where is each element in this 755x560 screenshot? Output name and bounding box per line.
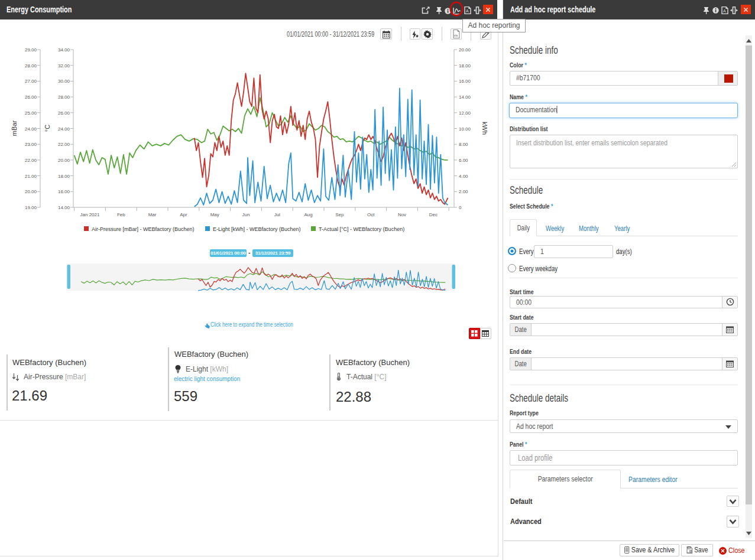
svg-text:2.00: 2.00 [459,189,468,194]
svg-text:20.00: 20.00 [459,47,471,53]
svg-text:kWh: kWh [481,122,488,135]
svg-text:22.00: 22.00 [25,158,37,163]
svg-text:A: A [723,9,726,13]
svg-text:25.00: 25.00 [25,110,37,116]
svg-text:20.00: 20.00 [25,189,37,194]
svg-text:Sep: Sep [335,212,344,217]
svg-text:27.00: 27.00 [25,79,37,84]
svg-text:Jul: Jul [274,212,280,217]
svg-text:Dec: Dec [429,212,438,217]
svg-text:°C: °C [44,125,51,132]
svg-text:16.00: 16.00 [459,79,471,84]
svg-text:16.00: 16.00 [58,189,70,194]
svg-text:29.00: 29.00 [25,47,37,53]
svg-text:8.00: 8.00 [459,142,468,147]
svg-text:14.00: 14.00 [459,95,471,100]
svg-text:32.00: 32.00 [58,63,70,69]
svg-text:24.00: 24.00 [25,126,37,132]
svg-text:24.00: 24.00 [58,126,70,132]
svg-text:34.00: 34.00 [58,47,70,53]
svg-text:28.00: 28.00 [25,63,37,69]
svg-text:28.00: 28.00 [58,95,70,100]
svg-text:Oct: Oct [367,212,375,217]
svg-text:4.00: 4.00 [459,174,468,179]
svg-text:20.00: 20.00 [58,158,70,163]
svg-text:Apr: Apr [180,212,187,217]
svg-text:May: May [210,212,219,217]
svg-text:21.00: 21.00 [25,174,37,179]
svg-text:19.00: 19.00 [25,205,37,210]
svg-text:xls: xls [453,34,458,37]
svg-text:26.00: 26.00 [25,95,37,100]
svg-text:18.00: 18.00 [58,174,70,179]
svg-text:6.00: 6.00 [459,158,468,163]
svg-text:Jan 2021: Jan 2021 [80,212,100,217]
svg-text:Jun: Jun [242,212,250,217]
svg-text:A: A [466,9,469,13]
svg-text:0: 0 [459,205,462,210]
svg-text:mBar: mBar [11,121,18,136]
svg-text:10.00: 10.00 [459,126,471,132]
svg-text:23.00: 23.00 [25,142,37,147]
svg-text:22.00: 22.00 [58,142,70,147]
svg-text:18.00: 18.00 [459,63,471,69]
svg-text:Nov: Nov [398,212,406,217]
svg-text:12.00: 12.00 [459,110,471,116]
svg-text:Feb: Feb [117,212,125,217]
svg-text:26.00: 26.00 [58,110,70,116]
svg-text:14.00: 14.00 [58,205,70,210]
svg-text:30.00: 30.00 [58,79,70,84]
svg-text:Aug: Aug [304,212,312,217]
svg-text:Mar: Mar [148,212,157,217]
